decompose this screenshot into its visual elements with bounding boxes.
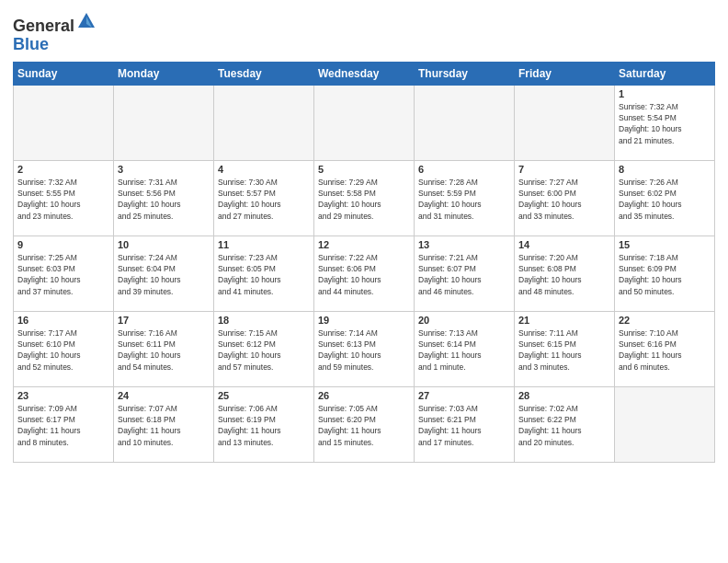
day-info: Sunrise: 7:13 AM Sunset: 6:14 PM Dayligh… [418,327,510,373]
day-info: Sunrise: 7:32 AM Sunset: 5:54 PM Dayligh… [619,101,711,146]
day-cell: 10Sunrise: 7:24 AM Sunset: 6:04 PM Dayli… [114,236,214,311]
day-cell: 9Sunrise: 7:25 AM Sunset: 6:03 PM Daylig… [14,236,114,311]
day-info: Sunrise: 7:28 AM Sunset: 5:59 PM Dayligh… [418,177,510,222]
day-info: Sunrise: 7:06 AM Sunset: 6:19 PM Dayligh… [218,403,310,448]
week-row-2: 2Sunrise: 7:32 AM Sunset: 5:55 PM Daylig… [14,160,715,236]
day-info: Sunrise: 7:15 AM Sunset: 6:12 PM Dayligh… [218,327,310,373]
day-number: 13 [418,239,510,250]
day-cell: 5Sunrise: 7:29 AM Sunset: 5:58 PM Daylig… [314,160,415,236]
day-info: Sunrise: 7:10 AM Sunset: 6:16 PM Dayligh… [619,327,711,373]
day-number: 20 [418,315,510,326]
day-cell: 13Sunrise: 7:21 AM Sunset: 6:07 PM Dayli… [415,236,515,311]
day-number: 14 [518,239,610,250]
day-info: Sunrise: 7:20 AM Sunset: 6:08 PM Dayligh… [518,252,610,297]
day-info: Sunrise: 7:24 AM Sunset: 6:04 PM Dayligh… [118,252,210,297]
day-info: Sunrise: 7:07 AM Sunset: 6:18 PM Dayligh… [118,403,210,448]
day-info: Sunrise: 7:31 AM Sunset: 5:56 PM Dayligh… [118,177,210,222]
week-row-4: 16Sunrise: 7:17 AM Sunset: 6:10 PM Dayli… [14,311,715,386]
logo-blue-text: Blue [13,35,49,53]
week-row-1: 1Sunrise: 7:32 AM Sunset: 5:54 PM Daylig… [14,85,715,160]
day-cell: 18Sunrise: 7:15 AM Sunset: 6:12 PM Dayli… [214,311,314,386]
day-number: 5 [318,164,410,175]
day-info: Sunrise: 7:26 AM Sunset: 6:02 PM Dayligh… [619,177,711,222]
day-info: Sunrise: 7:23 AM Sunset: 6:05 PM Dayligh… [218,252,310,297]
day-cell: 6Sunrise: 7:28 AM Sunset: 5:59 PM Daylig… [415,160,515,236]
logo-area: General Blue [13,11,97,54]
weekday-header-thursday: Thursday [415,62,515,85]
day-cell: 21Sunrise: 7:11 AM Sunset: 6:15 PM Dayli… [515,311,615,386]
day-number: 7 [518,164,610,175]
day-number: 10 [118,239,210,250]
day-info: Sunrise: 7:32 AM Sunset: 5:55 PM Dayligh… [17,177,109,222]
day-number: 26 [318,390,410,401]
day-cell: 7Sunrise: 7:27 AM Sunset: 6:00 PM Daylig… [515,160,615,236]
day-cell: 27Sunrise: 7:03 AM Sunset: 6:21 PM Dayli… [415,386,515,462]
day-number: 8 [619,164,711,175]
day-cell: 24Sunrise: 7:07 AM Sunset: 6:18 PM Dayli… [114,386,214,462]
day-info: Sunrise: 7:17 AM Sunset: 6:10 PM Dayligh… [17,327,109,373]
day-info: Sunrise: 7:29 AM Sunset: 5:58 PM Dayligh… [318,177,410,222]
day-number: 22 [619,315,711,326]
day-info: Sunrise: 7:02 AM Sunset: 6:22 PM Dayligh… [518,403,610,448]
week-row-5: 23Sunrise: 7:09 AM Sunset: 6:17 PM Dayli… [14,386,715,462]
day-info: Sunrise: 7:03 AM Sunset: 6:21 PM Dayligh… [418,403,510,448]
day-info: Sunrise: 7:27 AM Sunset: 6:00 PM Dayligh… [518,177,610,222]
day-info: Sunrise: 7:18 AM Sunset: 6:09 PM Dayligh… [619,252,711,297]
weekday-header-wednesday: Wednesday [314,62,415,85]
day-cell: 11Sunrise: 7:23 AM Sunset: 6:05 PM Dayli… [214,236,314,311]
day-number: 2 [17,164,109,175]
day-cell: 28Sunrise: 7:02 AM Sunset: 6:22 PM Dayli… [515,386,615,462]
day-number: 3 [118,164,210,175]
day-number: 17 [118,315,210,326]
day-info: Sunrise: 7:16 AM Sunset: 6:11 PM Dayligh… [118,327,210,373]
day-number: 27 [418,390,510,401]
day-number: 16 [17,315,109,326]
weekday-header-row: SundayMondayTuesdayWednesdayThursdayFrid… [14,62,715,85]
weekday-header-tuesday: Tuesday [214,62,314,85]
page: General Blue SundayMondayTuesdayWednesda… [0,0,728,563]
day-cell [214,85,314,160]
day-number: 25 [218,390,310,401]
day-cell [114,85,214,160]
day-cell: 20Sunrise: 7:13 AM Sunset: 6:14 PM Dayli… [415,311,515,386]
day-number: 6 [418,164,510,175]
day-info: Sunrise: 7:21 AM Sunset: 6:07 PM Dayligh… [418,252,510,297]
day-number: 15 [619,239,711,250]
day-cell: 15Sunrise: 7:18 AM Sunset: 6:09 PM Dayli… [615,236,715,311]
day-cell: 3Sunrise: 7:31 AM Sunset: 5:56 PM Daylig… [114,160,214,236]
weekday-header-sunday: Sunday [14,62,114,85]
day-number: 28 [518,390,610,401]
logo: General Blue [13,11,97,54]
logo-icon [76,11,97,31]
day-number: 9 [17,239,109,250]
day-number: 24 [118,390,210,401]
weekday-header-monday: Monday [114,62,214,85]
day-cell [515,85,615,160]
day-info: Sunrise: 7:25 AM Sunset: 6:03 PM Dayligh… [17,252,109,297]
weekday-header-saturday: Saturday [615,62,715,85]
day-cell: 19Sunrise: 7:14 AM Sunset: 6:13 PM Dayli… [314,311,415,386]
day-cell: 4Sunrise: 7:30 AM Sunset: 5:57 PM Daylig… [214,160,314,236]
day-cell [615,386,715,462]
header: General Blue [13,11,715,54]
day-cell [415,85,515,160]
day-cell: 8Sunrise: 7:26 AM Sunset: 6:02 PM Daylig… [615,160,715,236]
day-cell: 14Sunrise: 7:20 AM Sunset: 6:08 PM Dayli… [515,236,615,311]
day-cell [314,85,415,160]
logo-general-text: General [13,17,74,35]
day-info: Sunrise: 7:05 AM Sunset: 6:20 PM Dayligh… [318,403,410,448]
day-info: Sunrise: 7:11 AM Sunset: 6:15 PM Dayligh… [518,327,610,373]
day-info: Sunrise: 7:30 AM Sunset: 5:57 PM Dayligh… [218,177,310,222]
weekday-header-friday: Friday [515,62,615,85]
day-cell: 22Sunrise: 7:10 AM Sunset: 6:16 PM Dayli… [615,311,715,386]
day-cell: 23Sunrise: 7:09 AM Sunset: 6:17 PM Dayli… [14,386,114,462]
day-number: 11 [218,239,310,250]
day-cell: 25Sunrise: 7:06 AM Sunset: 6:19 PM Dayli… [214,386,314,462]
day-info: Sunrise: 7:22 AM Sunset: 6:06 PM Dayligh… [318,252,410,297]
day-number: 12 [318,239,410,250]
day-cell: 1Sunrise: 7:32 AM Sunset: 5:54 PM Daylig… [615,85,715,160]
week-row-3: 9Sunrise: 7:25 AM Sunset: 6:03 PM Daylig… [14,236,715,311]
day-number: 1 [619,88,711,99]
day-cell: 26Sunrise: 7:05 AM Sunset: 6:20 PM Dayli… [314,386,415,462]
day-cell: 2Sunrise: 7:32 AM Sunset: 5:55 PM Daylig… [14,160,114,236]
